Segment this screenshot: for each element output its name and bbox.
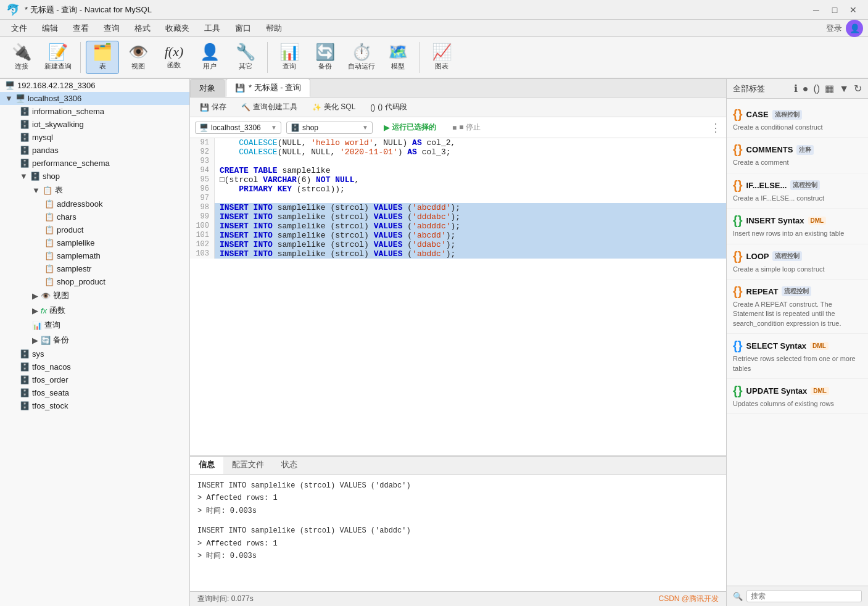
menu-format[interactable]: 格式 [128, 21, 157, 36]
query-group-icon: 📊 [32, 321, 42, 330]
close-button[interactable]: ✕ [845, 3, 862, 17]
right-search-input[interactable] [746, 590, 862, 602]
toolbar-function[interactable]: f(x) 函数 [157, 43, 191, 72]
expand-panel-icon[interactable]: ⋮ [710, 121, 721, 135]
run-button[interactable]: ▶ 运行已选择的 [378, 120, 442, 135]
tab-objects[interactable]: 对象 [190, 79, 225, 97]
menu-view[interactable]: 查看 [67, 21, 95, 36]
snippet-loop[interactable]: {} LOOP 流程控制 Create a simple loop constr… [727, 244, 868, 280]
sidebar-db-pandas[interactable]: 🗄️ pandas [0, 144, 189, 157]
eye-icon[interactable]: ● [803, 83, 809, 94]
sidebar-tables-group[interactable]: ▼ 📋 表 [0, 183, 189, 197]
stop-button[interactable]: ■ ■ 停止 [447, 120, 486, 135]
snippet-comments[interactable]: {} COMMENTS 注释 Create a comment [727, 138, 868, 173]
line-number: 102 [190, 240, 215, 249]
snippet-ifelse[interactable]: {} IF...ELSE... 流程控制 Create a IF...ELSE.… [727, 173, 868, 209]
menu-query[interactable]: 查询 [97, 21, 126, 36]
toolbar-connect[interactable]: 🔌 连接 [5, 41, 38, 73]
sidebar-table-samplestr[interactable]: 📋 samplestr [0, 262, 189, 275]
snippet-update[interactable]: {} UPDATE Syntax DML Updates columns of … [727, 379, 868, 414]
sidebar-db-info-schema[interactable]: 🗄️ information_schema [0, 105, 189, 118]
sidebar-query-group[interactable]: 📊 查询 [0, 318, 189, 333]
dropdown-right-icon[interactable]: ▼ [839, 83, 849, 94]
login-label[interactable]: 登录 [826, 23, 842, 34]
toolbar-other[interactable]: 🔧 其它 [229, 41, 262, 73]
snippet-repeat[interactable]: {} REPEAT 流程控制 Create A REPEAT construct… [727, 280, 868, 334]
connection-selector[interactable]: 🖥️ localhost_3306 ▼ [195, 122, 281, 134]
sidebar-db-mysql[interactable]: 🗄️ mysql [0, 131, 189, 144]
toolbar-table[interactable]: 🗂️ 表 [86, 41, 119, 74]
sidebar-db-tfos-nacos[interactable]: 🗄️ tfos_nacos [0, 360, 189, 373]
sidebar-db-iot[interactable]: 🗄️ iot_skywalking [0, 118, 189, 131]
grid-icon[interactable]: ▦ [825, 83, 834, 94]
maximize-button[interactable]: □ [826, 3, 843, 17]
snippet-insert[interactable]: {} INSERT Syntax DML Insert new rows int… [727, 209, 868, 244]
btab-info[interactable]: 信息 [190, 457, 223, 474]
minimize-button[interactable]: ─ [808, 3, 825, 17]
snippet-repeat-icon: {} [733, 284, 743, 299]
snippet-button[interactable]: () () 代码段 [365, 100, 411, 114]
toolbar-user[interactable]: 👤 用户 [193, 41, 226, 73]
snippet-select[interactable]: {} SELECT Syntax DML Retrieve rows selec… [727, 334, 868, 379]
brackets-icon[interactable]: () [814, 83, 820, 94]
db-pandas-label: pandas [32, 146, 59, 155]
code-editor[interactable]: 91 COALESCE(NULL, 'hello world', NULL) A… [190, 138, 726, 455]
server-icon: 🖥️ [5, 81, 15, 90]
function-icon: f(x) [165, 45, 184, 59]
sidebar-db-tfos-order[interactable]: 🗄️ tfos_order [0, 373, 189, 386]
menu-file[interactable]: 文件 [5, 21, 33, 36]
menu-window[interactable]: 窗口 [229, 21, 257, 36]
save-button[interactable]: 💾 保存 [195, 100, 231, 114]
user-label: 用户 [203, 62, 217, 71]
toolbar-chart[interactable]: 📈 图表 [425, 41, 458, 73]
line-content: COALESCE(NULL, NULL, '2020-11-01') AS co… [215, 147, 726, 157]
menu-tools[interactable]: 工具 [198, 21, 226, 36]
create-tool-button[interactable]: 🔨 查询创建工具 [236, 100, 302, 114]
toolbar: 🔌 连接 📝 新建查询 🗂️ 表 👁️ 视图 f(x) 函数 👤 用户 🔧 其它… [0, 37, 868, 79]
sidebar-views-group[interactable]: ▶ 👁️ 视图 [0, 288, 189, 303]
sidebar-db-sys[interactable]: 🗄️ sys [0, 347, 189, 360]
menu-help[interactable]: 帮助 [260, 21, 288, 36]
menu-edit[interactable]: 编辑 [36, 21, 64, 36]
toolbar-model[interactable]: 🗺️ 模型 [381, 41, 415, 73]
right-panel-header: 全部标签 ℹ ● () ▦ ▼ ↻ [727, 79, 868, 99]
backup-icon: 🔄 [315, 44, 335, 60]
info-icon[interactable]: ℹ [794, 83, 798, 94]
sidebar-db-tfos-seata[interactable]: 🗄️ tfos_seata [0, 386, 189, 399]
sidebar-db-shop[interactable]: ▼ 🗄️ shop [0, 170, 189, 183]
sidebar-functions-group[interactable]: ▶ fx 函数 [0, 303, 189, 318]
menu-favorites[interactable]: 收藏夹 [159, 21, 196, 36]
sidebar-table-samplelike[interactable]: 📋 samplelike [0, 236, 189, 249]
sidebar-backup-group[interactable]: ▶ 🔄 备份 [0, 333, 189, 347]
database-selector[interactable]: 🗄️ shop ▼ [286, 122, 373, 134]
toolbar-autorun[interactable]: ⏱️ 自动运行 [344, 41, 379, 73]
toolbar-query[interactable]: 📊 查询 [273, 41, 306, 73]
toolbar-new-query[interactable]: 📝 新建查询 [41, 41, 75, 73]
refresh-right-icon[interactable]: ↻ [854, 83, 862, 94]
sidebar-table-samplemath[interactable]: 📋 samplemath [0, 249, 189, 262]
tab-query[interactable]: 💾 * 无标题 - 查询 [226, 79, 310, 97]
sidebar-connection-2[interactable]: ▼ 🖥️ localhost_3306 [0, 92, 189, 105]
snippet-comments-icon: {} [733, 143, 743, 157]
sidebar-table-addressbook[interactable]: 📋 addressbook [0, 197, 189, 210]
search-icon: 🔍 [733, 592, 743, 601]
sidebar-table-shop-product[interactable]: 📋 shop_product [0, 275, 189, 288]
snippet-case[interactable]: {} CASE 流程控制 Create a conditional constr… [727, 102, 868, 138]
model-label: 模型 [391, 62, 405, 71]
beautify-button[interactable]: ✨ 美化 SQL [307, 100, 360, 114]
sidebar-table-product[interactable]: 📋 product [0, 223, 189, 236]
table-icon-samplemath: 📋 [44, 251, 54, 260]
btab-profile[interactable]: 配置文件 [223, 457, 273, 474]
toolbar-view[interactable]: 👁️ 视图 [122, 41, 155, 73]
btab-status[interactable]: 状态 [273, 457, 306, 474]
user-avatar: 👤 [846, 20, 863, 37]
snippet-insert-desc: Insert new rows into an existing table [733, 229, 862, 238]
sidebar-table-chars[interactable]: 📋 chars [0, 210, 189, 223]
code-line-96: 96 PRIMARY KEY (strcol)); [190, 185, 726, 194]
sidebar-db-tfos-stock[interactable]: 🗄️ tfos_stock [0, 399, 189, 412]
run-icon: ▶ [384, 123, 389, 132]
snippet-loop-desc: Create a simple loop construct [733, 265, 862, 274]
toolbar-backup[interactable]: 🔄 备份 [308, 41, 342, 73]
sidebar-db-perf[interactable]: 🗄️ performance_schema [0, 157, 189, 170]
sidebar-connection-1[interactable]: 🖥️ 192.168.42.128_3306 [0, 79, 189, 92]
